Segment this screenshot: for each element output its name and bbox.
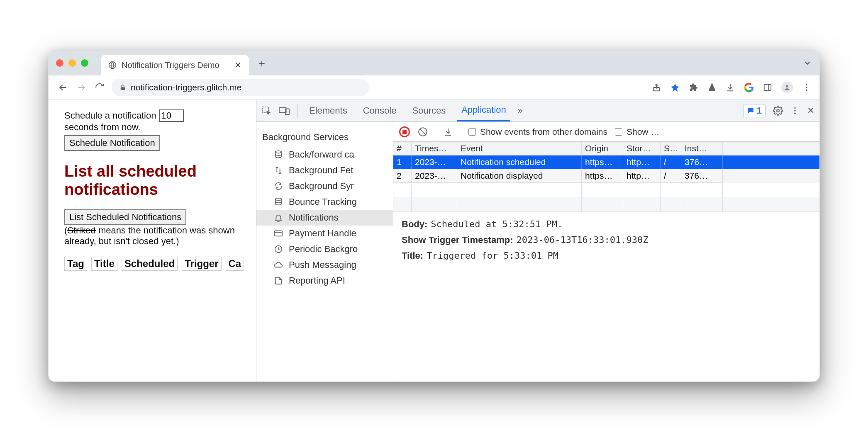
detail-body-label: Body:	[402, 219, 427, 230]
close-tab-icon[interactable]: ✕	[234, 60, 241, 70]
sidebar-item-bounce[interactable]: Bounce Tracking	[256, 194, 393, 210]
sidebar-item-bf-cache[interactable]: Back/forward ca	[256, 147, 393, 163]
card-icon	[273, 229, 284, 238]
device-toggle-icon[interactable]	[279, 106, 290, 115]
cell: 376…	[681, 169, 723, 183]
sidebar-item-payment[interactable]: Payment Handle	[256, 226, 393, 241]
col-event[interactable]: Event	[457, 142, 582, 155]
checkbox-input[interactable]	[615, 128, 622, 136]
back-button[interactable]	[57, 82, 69, 93]
svg-point-15	[794, 112, 796, 114]
tab-application[interactable]: Application	[457, 100, 510, 121]
new-tab-button[interactable]: ＋	[256, 56, 267, 70]
issues-badge[interactable]: 1	[743, 104, 766, 117]
save-events-icon[interactable]	[444, 127, 453, 136]
svg-point-12	[777, 109, 779, 112]
show-other-domains-checkbox[interactable]: Show events from other domains	[468, 127, 607, 137]
tabs-overflow-icon[interactable]: »	[518, 105, 523, 116]
bookmark-star-icon[interactable]	[670, 83, 680, 92]
cloud-icon	[273, 260, 284, 269]
table-row[interactable]: 2 2023-… Notification displayed https… h…	[393, 169, 819, 183]
clear-button[interactable]	[417, 126, 428, 137]
event-details: Body: Scheduled at 5:32:51 PM. Show Trig…	[393, 212, 819, 268]
divider	[436, 126, 436, 138]
devtools-kebab-icon[interactable]	[790, 106, 800, 115]
table-row[interactable]: 1 2023-… Notification scheduled https… h…	[393, 155, 819, 169]
schedule-button[interactable]: Schedule Notification	[64, 135, 160, 151]
col-origin[interactable]: Origin	[582, 142, 623, 155]
omnibox[interactable]: notification-triggers.glitch.me	[112, 79, 369, 96]
show-truncated-checkbox[interactable]: Show …	[615, 127, 659, 137]
profile-avatar[interactable]	[781, 82, 793, 93]
inspect-icon[interactable]	[261, 106, 271, 116]
extensions-icon[interactable]	[689, 83, 698, 92]
google-icon[interactable]	[744, 83, 754, 92]
list-scheduled-button[interactable]: List Scheduled Notifications	[64, 209, 186, 225]
sidepanel-icon[interactable]	[763, 83, 772, 92]
sidebar-item-push[interactable]: Push Messaging	[256, 257, 393, 273]
downloads-icon[interactable]	[726, 83, 735, 92]
url-text: notification-triggers.glitch.me	[131, 83, 241, 92]
tab-title: Notification Triggers Demo	[122, 61, 219, 70]
sidebar-item-bg-sync[interactable]: Background Syr	[256, 178, 393, 194]
striked-note: (Striked means the notification was show…	[64, 225, 246, 247]
checkbox-label: Show …	[627, 127, 659, 137]
th-title: Title	[91, 257, 117, 271]
labs-icon[interactable]	[707, 83, 717, 92]
browser-tab[interactable]: Notification Triggers Demo ✕	[101, 55, 249, 75]
col-timestamp[interactable]: Times…	[412, 142, 457, 155]
svg-line-22	[420, 129, 426, 134]
sidebar-label: Payment Handle	[289, 228, 356, 239]
svg-point-5	[786, 85, 788, 87]
minimize-window-button[interactable]	[68, 59, 76, 67]
th-cancel: Ca	[226, 257, 244, 271]
svg-point-17	[276, 198, 282, 201]
settings-gear-icon[interactable]	[773, 106, 783, 116]
share-icon[interactable]	[652, 83, 661, 92]
sidebar-item-reporting[interactable]: Reporting API	[256, 273, 393, 289]
tab-elements[interactable]: Elements	[305, 100, 351, 121]
kebab-menu-icon[interactable]	[802, 83, 811, 92]
striked-word: Striked	[67, 225, 95, 235]
application-sidebar: Background Services Back/forward ca Back…	[256, 122, 393, 381]
window-controls	[56, 59, 88, 67]
sidebar-label: Reporting API	[289, 275, 345, 286]
seconds-input[interactable]: 10	[159, 109, 184, 122]
record-button[interactable]	[399, 126, 410, 137]
events-table-header: # Times… Event Origin Stor… S… Inst…	[393, 142, 819, 155]
sidebar-label: Bounce Tracking	[289, 197, 357, 207]
events-panel: Show events from other domains Show … # …	[393, 122, 819, 381]
divider	[297, 104, 297, 117]
svg-rect-1	[121, 87, 125, 90]
cell: /	[661, 155, 681, 169]
browser-window: Notification Triggers Demo ✕ ＋ notificat…	[48, 50, 820, 382]
forward-button[interactable]	[75, 82, 88, 93]
sidebar-item-periodic[interactable]: Periodic Backgro	[256, 241, 393, 257]
tabs-menu-icon[interactable]	[803, 58, 812, 68]
col-storage[interactable]: Stor…	[623, 142, 661, 155]
th-tag: Tag	[64, 257, 87, 271]
cell: 2023-…	[412, 155, 457, 169]
col-s[interactable]: S…	[661, 142, 681, 155]
checkbox-input[interactable]	[468, 128, 476, 136]
devtools-close-icon[interactable]: ✕	[807, 105, 814, 116]
reload-button[interactable]	[93, 83, 106, 92]
tab-strip: Notification Triggers Demo ✕ ＋	[49, 51, 819, 75]
cell: 1	[393, 155, 412, 169]
tab-sources[interactable]: Sources	[408, 100, 450, 121]
sidebar-item-bg-fetch[interactable]: Background Fet	[256, 163, 393, 178]
close-window-button[interactable]	[56, 59, 63, 67]
detail-title-label: Title:	[402, 250, 423, 261]
svg-point-16	[276, 151, 282, 153]
sidebar-item-notifications[interactable]: Notifications	[256, 210, 393, 226]
svg-point-13	[794, 107, 796, 109]
cell: 2	[393, 169, 412, 183]
devtools-tabstrip: Elements Console Sources Application » 1	[256, 100, 819, 122]
database-icon	[273, 150, 284, 159]
tab-console[interactable]: Console	[359, 100, 401, 121]
maximize-window-button[interactable]	[81, 59, 88, 67]
schedule-text-a: Schedule a notification	[64, 110, 159, 121]
col-number[interactable]: #	[393, 142, 412, 155]
col-instance[interactable]: Inst…	[681, 142, 723, 155]
issues-count: 1	[757, 105, 762, 116]
